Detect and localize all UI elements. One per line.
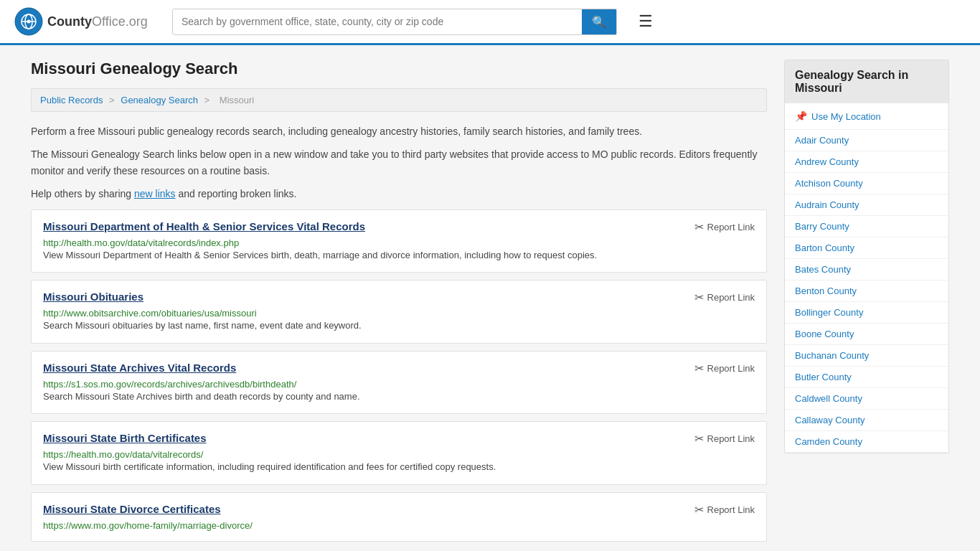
description-1: Perform a free Missouri public genealogy… bbox=[31, 123, 767, 139]
result-url-3[interactable]: https://health.mo.gov/data/vitalrecords/ bbox=[43, 449, 203, 460]
result-title-1[interactable]: Missouri Obituaries bbox=[43, 291, 143, 303]
search-button[interactable]: 🔍 bbox=[582, 9, 616, 34]
result-url-4[interactable]: https://www.mo.gov/home-family/marriage-… bbox=[43, 520, 253, 531]
county-link-4[interactable]: Barry County bbox=[785, 216, 948, 237]
breadcrumb-current: Missouri bbox=[220, 95, 254, 105]
header: CountyOffice.org 🔍 ☰ bbox=[0, 0, 980, 45]
breadcrumb: Public Records > Genealogy Search > Miss… bbox=[31, 88, 767, 112]
county-list-item: Butler County bbox=[785, 367, 948, 388]
county-link-11[interactable]: Butler County bbox=[785, 367, 948, 387]
report-link-0[interactable]: ✂ Report Link bbox=[694, 220, 755, 234]
logo-suffix: Office.org bbox=[92, 14, 148, 29]
result-header: Missouri Obituaries ✂ Report Link bbox=[43, 291, 755, 304]
result-title-0[interactable]: Missouri Department of Health & Senior S… bbox=[43, 220, 365, 232]
description-3-pre: Help others by sharing bbox=[31, 188, 134, 199]
logo-icon bbox=[14, 7, 43, 36]
county-list-item: Bollinger County bbox=[785, 302, 948, 324]
new-links-link[interactable]: new links bbox=[134, 188, 176, 199]
sidebar: Genealogy Search in Missouri 📌 Use My Lo… bbox=[784, 60, 949, 549]
county-list-item: Camden County bbox=[785, 431, 948, 453]
county-list-item: Caldwell County bbox=[785, 388, 948, 410]
county-list-item: Atchison County bbox=[785, 173, 948, 194]
description-3-post: and reporting broken links. bbox=[176, 188, 297, 199]
result-item: Missouri State Birth Certificates ✂ Repo… bbox=[31, 421, 767, 485]
result-title-3[interactable]: Missouri State Birth Certificates bbox=[43, 432, 207, 444]
scissors-icon-3: ✂ bbox=[694, 432, 704, 446]
county-link-8[interactable]: Bollinger County bbox=[785, 302, 948, 323]
county-link-13[interactable]: Callaway County bbox=[785, 410, 948, 430]
county-link-6[interactable]: Bates County bbox=[785, 259, 948, 280]
scissors-icon-2: ✂ bbox=[694, 362, 704, 375]
sidebar-location[interactable]: 📌 Use My Location bbox=[785, 103, 948, 130]
county-link-7[interactable]: Benton County bbox=[785, 281, 948, 301]
county-link-9[interactable]: Boone County bbox=[785, 324, 948, 344]
logo-area: CountyOffice.org bbox=[14, 7, 158, 36]
result-item: Missouri State Divorce Certificates ✂ Re… bbox=[31, 492, 767, 542]
page-title: Missouri Genealogy Search bbox=[31, 60, 767, 78]
scissors-icon-1: ✂ bbox=[694, 291, 704, 304]
scissors-icon-4: ✂ bbox=[694, 503, 704, 517]
location-icon: 📌 bbox=[795, 110, 807, 122]
result-title-4[interactable]: Missouri State Divorce Certificates bbox=[43, 503, 221, 515]
county-list-item: Callaway County bbox=[785, 410, 948, 431]
result-header: Missouri Department of Health & Senior S… bbox=[43, 220, 755, 234]
county-list-item: Buchanan County bbox=[785, 345, 948, 367]
county-list-item: Benton County bbox=[785, 281, 948, 302]
county-link-2[interactable]: Atchison County bbox=[785, 173, 948, 194]
county-list-item: Barry County bbox=[785, 216, 948, 237]
result-header: Missouri State Divorce Certificates ✂ Re… bbox=[43, 503, 755, 517]
report-link-1[interactable]: ✂ Report Link bbox=[694, 291, 755, 304]
county-link-10[interactable]: Buchanan County bbox=[785, 345, 948, 366]
county-link-5[interactable]: Barton County bbox=[785, 237, 948, 258]
result-url-2[interactable]: https://s1.sos.mo.gov/records/archives/a… bbox=[43, 379, 296, 390]
report-link-3[interactable]: ✂ Report Link bbox=[694, 432, 755, 446]
description-2: The Missouri Genealogy Search links belo… bbox=[31, 146, 767, 179]
report-link-4[interactable]: ✂ Report Link bbox=[694, 503, 755, 517]
use-my-location-link[interactable]: Use My Location bbox=[811, 111, 881, 122]
county-link-3[interactable]: Audrain County bbox=[785, 194, 948, 215]
breadcrumb-public-records[interactable]: Public Records bbox=[40, 95, 103, 105]
county-list-item: Adair County bbox=[785, 130, 948, 151]
county-list-item: Barton County bbox=[785, 237, 948, 259]
sidebar-box: Genealogy Search in Missouri 📌 Use My Lo… bbox=[784, 60, 949, 453]
result-item: Missouri Department of Health & Senior S… bbox=[31, 209, 767, 273]
result-item: Missouri State Archives Vital Records ✂ … bbox=[31, 351, 767, 415]
result-item: Missouri Obituaries ✂ Report Link http:/… bbox=[31, 280, 767, 344]
result-title-2[interactable]: Missouri State Archives Vital Records bbox=[43, 362, 236, 374]
county-link-12[interactable]: Caldwell County bbox=[785, 388, 948, 409]
description-3: Help others by sharing new links and rep… bbox=[31, 186, 767, 202]
result-desc-3: View Missouri birth certificate informat… bbox=[43, 460, 755, 474]
main-content: Missouri Genealogy Search Public Records… bbox=[31, 60, 767, 549]
scissors-icon-0: ✂ bbox=[694, 220, 704, 234]
result-desc-0: View Missouri Department of Health & Sen… bbox=[43, 248, 755, 263]
county-list-item: Audrain County bbox=[785, 194, 948, 216]
county-link-14[interactable]: Camden County bbox=[785, 431, 948, 452]
report-link-2[interactable]: ✂ Report Link bbox=[694, 362, 755, 375]
sidebar-title: Genealogy Search in Missouri bbox=[785, 60, 948, 103]
county-link-1[interactable]: Andrew County bbox=[785, 151, 948, 172]
logo-text: CountyOffice.org bbox=[47, 14, 148, 29]
county-link-0[interactable]: Adair County bbox=[785, 130, 948, 151]
search-input[interactable] bbox=[173, 10, 582, 33]
county-list-item: Boone County bbox=[785, 324, 948, 345]
breadcrumb-genealogy-search[interactable]: Genealogy Search bbox=[121, 95, 198, 105]
county-list-item: Andrew County bbox=[785, 151, 948, 173]
county-list: Adair CountyAndrew CountyAtchison County… bbox=[785, 130, 948, 453]
page-wrapper: Missouri Genealogy Search Public Records… bbox=[17, 45, 963, 551]
result-header: Missouri State Archives Vital Records ✂ … bbox=[43, 362, 755, 375]
svg-point-4 bbox=[27, 20, 31, 24]
menu-button[interactable]: ☰ bbox=[639, 12, 653, 31]
results-container: Missouri Department of Health & Senior S… bbox=[31, 209, 767, 542]
result-header: Missouri State Birth Certificates ✂ Repo… bbox=[43, 432, 755, 446]
search-bar[interactable]: 🔍 bbox=[172, 9, 617, 35]
result-url-0[interactable]: http://health.mo.gov/data/vitalrecords/i… bbox=[43, 237, 239, 248]
result-desc-2: Search Missouri State Archives birth and… bbox=[43, 390, 755, 404]
result-url-1[interactable]: http://www.obitsarchive.com/obituaries/u… bbox=[43, 308, 257, 319]
result-desc-1: Search Missouri obituaries by last name,… bbox=[43, 319, 755, 333]
county-list-item: Bates County bbox=[785, 259, 948, 281]
